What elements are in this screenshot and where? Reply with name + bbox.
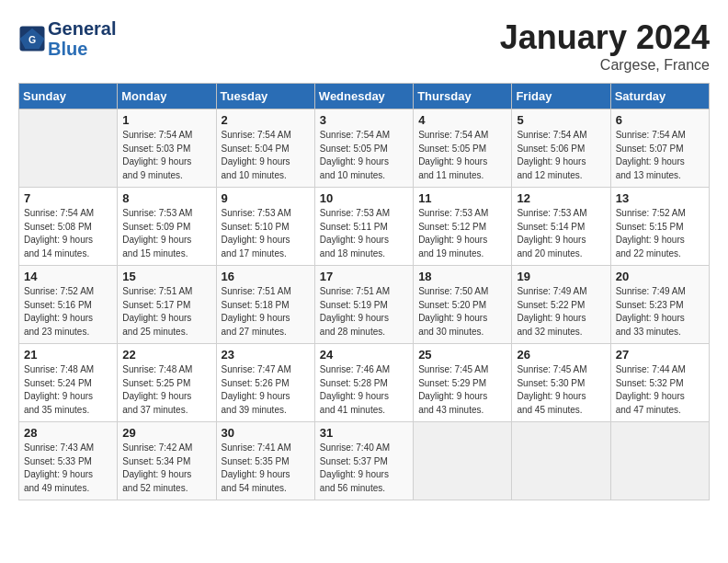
day-info: Sunrise: 7:43 AMSunset: 5:33 PMDaylight:…: [24, 442, 112, 495]
day-cell: 2Sunrise: 7:54 AMSunset: 5:04 PMDaylight…: [216, 109, 314, 188]
day-cell: 30Sunrise: 7:41 AMSunset: 5:35 PMDayligh…: [216, 422, 314, 500]
day-number: 31: [320, 426, 408, 440]
header-monday: Monday: [118, 84, 216, 109]
day-number: 14: [24, 270, 112, 283]
day-cell: 4Sunrise: 7:54 AMSunset: 5:05 PMDaylight…: [414, 109, 512, 188]
day-info: Sunrise: 7:53 AMSunset: 5:10 PMDaylight:…: [222, 207, 310, 260]
day-info: Sunrise: 7:48 AMSunset: 5:25 PMDaylight:…: [122, 363, 210, 417]
day-info: Sunrise: 7:51 AMSunset: 5:17 PMDaylight:…: [122, 285, 210, 339]
day-number: 20: [616, 270, 704, 283]
day-cell: 3Sunrise: 7:54 AMSunset: 5:05 PMDaylight…: [314, 109, 413, 188]
day-number: 7: [24, 191, 112, 205]
week-row-2: 7Sunrise: 7:54 AMSunset: 5:08 PMDaylight…: [19, 188, 710, 266]
day-cell: [512, 422, 610, 500]
day-number: 11: [418, 191, 506, 205]
day-cell: 5Sunrise: 7:54 AMSunset: 5:06 PMDaylight…: [512, 109, 610, 188]
day-cell: 19Sunrise: 7:49 AMSunset: 5:22 PMDayligh…: [512, 266, 610, 344]
day-number: 9: [222, 191, 310, 205]
logo: G General Blue: [18, 18, 116, 59]
day-number: 24: [320, 348, 408, 362]
logo-icon: G: [18, 25, 46, 52]
day-cell: 7Sunrise: 7:54 AMSunset: 5:08 PMDaylight…: [19, 188, 118, 266]
day-cell: [414, 422, 512, 500]
calendar-table: SundayMondayTuesdayWednesdayThursdayFrid…: [18, 83, 710, 500]
day-number: 16: [222, 270, 310, 283]
day-info: Sunrise: 7:54 AMSunset: 5:07 PMDaylight:…: [616, 129, 704, 182]
day-cell: 14Sunrise: 7:52 AMSunset: 5:16 PMDayligh…: [19, 266, 118, 344]
day-cell: 12Sunrise: 7:53 AMSunset: 5:14 PMDayligh…: [512, 188, 610, 266]
day-info: Sunrise: 7:40 AMSunset: 5:37 PMDaylight:…: [320, 442, 408, 495]
header-wednesday: Wednesday: [314, 84, 413, 109]
header-friday: Friday: [512, 84, 610, 109]
day-number: 22: [122, 348, 210, 362]
day-info: Sunrise: 7:46 AMSunset: 5:28 PMDaylight:…: [320, 363, 408, 417]
day-cell: 31Sunrise: 7:40 AMSunset: 5:37 PMDayligh…: [314, 422, 413, 500]
day-cell: 15Sunrise: 7:51 AMSunset: 5:17 PMDayligh…: [118, 266, 216, 344]
week-row-4: 21Sunrise: 7:48 AMSunset: 5:24 PMDayligh…: [19, 344, 710, 422]
day-cell: 9Sunrise: 7:53 AMSunset: 5:10 PMDaylight…: [216, 188, 314, 266]
day-cell: 26Sunrise: 7:45 AMSunset: 5:30 PMDayligh…: [512, 344, 610, 422]
header-thursday: Thursday: [414, 84, 512, 109]
title-block: January 2024 Cargese, France: [500, 18, 710, 74]
day-cell: 21Sunrise: 7:48 AMSunset: 5:24 PMDayligh…: [19, 344, 118, 422]
day-info: Sunrise: 7:53 AMSunset: 5:12 PMDaylight:…: [418, 207, 506, 260]
week-row-3: 14Sunrise: 7:52 AMSunset: 5:16 PMDayligh…: [19, 266, 710, 344]
day-number: 26: [517, 348, 605, 362]
week-row-5: 28Sunrise: 7:43 AMSunset: 5:33 PMDayligh…: [19, 422, 710, 500]
day-cell: 11Sunrise: 7:53 AMSunset: 5:12 PMDayligh…: [414, 188, 512, 266]
day-info: Sunrise: 7:48 AMSunset: 5:24 PMDaylight:…: [24, 363, 112, 417]
day-info: Sunrise: 7:54 AMSunset: 5:06 PMDaylight:…: [517, 129, 605, 182]
day-cell: 6Sunrise: 7:54 AMSunset: 5:07 PMDaylight…: [610, 109, 709, 188]
day-cell: 16Sunrise: 7:51 AMSunset: 5:18 PMDayligh…: [216, 266, 314, 344]
day-number: 23: [222, 348, 310, 362]
header-tuesday: Tuesday: [216, 84, 314, 109]
day-number: 28: [24, 426, 112, 440]
day-info: Sunrise: 7:51 AMSunset: 5:18 PMDaylight:…: [222, 285, 310, 339]
day-info: Sunrise: 7:52 AMSunset: 5:15 PMDaylight:…: [616, 207, 704, 260]
day-cell: 10Sunrise: 7:53 AMSunset: 5:11 PMDayligh…: [314, 188, 413, 266]
day-number: 29: [122, 426, 210, 440]
day-number: 10: [320, 191, 408, 205]
day-number: 27: [616, 348, 704, 362]
day-cell: 8Sunrise: 7:53 AMSunset: 5:09 PMDaylight…: [118, 188, 216, 266]
day-number: 19: [517, 270, 605, 283]
day-number: 4: [418, 113, 506, 127]
day-cell: [610, 422, 709, 500]
day-number: 30: [222, 426, 310, 440]
location: Cargese, France: [500, 57, 710, 74]
day-cell: 27Sunrise: 7:44 AMSunset: 5:32 PMDayligh…: [610, 344, 709, 422]
page-header: G General Blue January 2024 Cargese, Fra…: [18, 18, 710, 74]
logo-line1: General: [48, 18, 116, 39]
header-saturday: Saturday: [610, 84, 709, 109]
day-info: Sunrise: 7:54 AMSunset: 5:08 PMDaylight:…: [24, 207, 112, 260]
day-info: Sunrise: 7:42 AMSunset: 5:34 PMDaylight:…: [122, 442, 210, 495]
day-info: Sunrise: 7:51 AMSunset: 5:19 PMDaylight:…: [320, 285, 408, 339]
day-info: Sunrise: 7:49 AMSunset: 5:22 PMDaylight:…: [517, 285, 605, 339]
day-cell: [19, 109, 118, 188]
header-sunday: Sunday: [19, 84, 118, 109]
logo-line2: Blue: [48, 39, 116, 59]
day-number: 18: [418, 270, 506, 283]
day-info: Sunrise: 7:54 AMSunset: 5:05 PMDaylight:…: [320, 129, 408, 182]
day-info: Sunrise: 7:50 AMSunset: 5:20 PMDaylight:…: [418, 285, 506, 339]
day-cell: 25Sunrise: 7:45 AMSunset: 5:29 PMDayligh…: [414, 344, 512, 422]
day-cell: 29Sunrise: 7:42 AMSunset: 5:34 PMDayligh…: [118, 422, 216, 500]
day-number: 21: [24, 348, 112, 362]
day-info: Sunrise: 7:52 AMSunset: 5:16 PMDaylight:…: [24, 285, 112, 339]
day-number: 3: [320, 113, 408, 127]
day-info: Sunrise: 7:41 AMSunset: 5:35 PMDaylight:…: [222, 442, 310, 495]
day-number: 15: [122, 270, 210, 283]
day-info: Sunrise: 7:49 AMSunset: 5:23 PMDaylight:…: [616, 285, 704, 339]
week-row-1: 1Sunrise: 7:54 AMSunset: 5:03 PMDaylight…: [19, 109, 710, 188]
day-number: 17: [320, 270, 408, 283]
day-number: 8: [122, 191, 210, 205]
day-number: 25: [418, 348, 506, 362]
day-info: Sunrise: 7:47 AMSunset: 5:26 PMDaylight:…: [222, 363, 310, 417]
day-number: 12: [517, 191, 605, 205]
day-cell: 13Sunrise: 7:52 AMSunset: 5:15 PMDayligh…: [610, 188, 709, 266]
header-row: SundayMondayTuesdayWednesdayThursdayFrid…: [19, 84, 710, 109]
day-info: Sunrise: 7:54 AMSunset: 5:04 PMDaylight:…: [222, 129, 310, 182]
day-number: 2: [222, 113, 310, 127]
day-info: Sunrise: 7:53 AMSunset: 5:11 PMDaylight:…: [320, 207, 408, 260]
day-info: Sunrise: 7:45 AMSunset: 5:30 PMDaylight:…: [517, 363, 605, 417]
